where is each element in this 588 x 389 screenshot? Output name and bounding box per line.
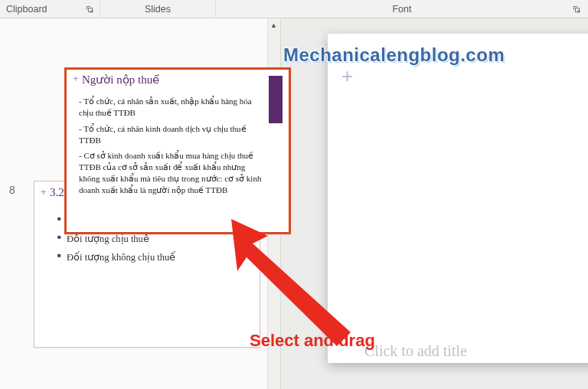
- dragged-slide-title: Người nộp thuế: [82, 73, 159, 87]
- group-slides-label: Slides: [139, 4, 177, 15]
- slide-thumbnail-pane[interactable]: ▲ 8 + 3.2. Người nộp thuế Đối tượng chịu…: [0, 18, 281, 389]
- font-dialog-launcher-icon[interactable]: [571, 4, 582, 15]
- slide-thumbnail-dragged[interactable]: + Người nộp thuế - Tổ chức, cá nhân sản …: [64, 67, 291, 234]
- paragraph: - Tổ chức, cá nhân kinh doanh dịch vụ ch…: [79, 123, 263, 146]
- watermark-text: Mechanicalengblog.com: [283, 44, 505, 66]
- annotation-label: Select and drag: [250, 331, 375, 351]
- scroll-up-icon[interactable]: ▲: [267, 18, 280, 31]
- ribbon-group-labels: Clipboard Slides Font: [0, 0, 588, 18]
- plus-marker-icon: +: [41, 186, 47, 198]
- title-placeholder[interactable]: Click to add title: [364, 342, 467, 360]
- plus-marker-icon: +: [73, 73, 79, 84]
- paragraph: - Tổ chức, cá nhân sản xuất, nhập khẩu h…: [79, 96, 263, 119]
- plus-marker-icon: +: [341, 64, 353, 88]
- group-clipboard-label: Clipboard: [0, 4, 54, 15]
- clipboard-dialog-launcher-icon[interactable]: [84, 4, 95, 15]
- paragraph: - Cơ sở kinh doanh xuất khẩu mua hàng ch…: [79, 150, 263, 195]
- list-item: Đối tượng không chịu thuế: [57, 249, 175, 267]
- accent-bar: [269, 76, 283, 123]
- dragged-slide-body: - Tổ chức, cá nhân sản xuất, nhập khẩu h…: [79, 96, 263, 201]
- current-slide-canvas[interactable]: + Click to add title: [328, 34, 588, 363]
- workspace: ▲ 8 + 3.2. Người nộp thuế Đối tượng chịu…: [0, 18, 588, 389]
- group-font-label: Font: [386, 4, 417, 15]
- slide-number-label: 8: [9, 184, 15, 196]
